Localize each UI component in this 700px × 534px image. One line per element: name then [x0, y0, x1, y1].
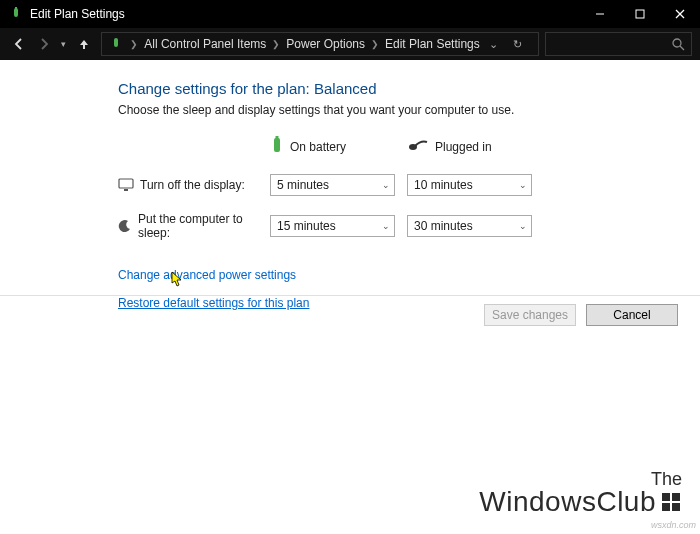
search-input[interactable] [545, 32, 692, 56]
display-battery-dropdown[interactable]: 5 minutes⌄ [270, 174, 395, 196]
forward-button[interactable] [33, 32, 56, 56]
plug-icon [407, 138, 429, 155]
watermark: The WindowsClub [479, 470, 682, 516]
chevron-right-icon: ❯ [369, 39, 381, 49]
column-header-battery: On battery [270, 135, 395, 158]
app-icon [8, 6, 24, 22]
svg-rect-13 [124, 189, 128, 191]
minimize-button[interactable] [580, 0, 620, 28]
advanced-settings-link[interactable]: Change advanced power settings [118, 268, 296, 282]
svg-rect-3 [636, 10, 644, 18]
maximize-button[interactable] [620, 0, 660, 28]
breadcrumb-item-1[interactable]: All Control Panel Items [140, 37, 270, 51]
navbar: ▾ ❯ All Control Panel Items ❯ Power Opti… [0, 28, 700, 60]
svg-rect-15 [672, 493, 680, 501]
watermark-url: wsxdn.com [651, 520, 696, 530]
svg-rect-16 [662, 503, 670, 511]
chevron-down-icon: ⌄ [382, 221, 390, 231]
column-header-plugged: Plugged in [407, 138, 532, 155]
chevron-down-icon: ⌄ [519, 180, 527, 190]
svg-rect-17 [672, 503, 680, 511]
window-title: Edit Plan Settings [30, 7, 580, 21]
back-button[interactable] [8, 32, 31, 56]
sleep-battery-dropdown[interactable]: 15 minutes⌄ [270, 215, 395, 237]
row-label-display: Turn off the display: [118, 177, 258, 193]
footer-bar: Save changes Cancel [0, 295, 700, 333]
svg-rect-0 [14, 8, 18, 17]
svg-rect-14 [662, 493, 670, 501]
display-icon [118, 177, 134, 193]
sleep-icon [118, 218, 132, 234]
cancel-button[interactable]: Cancel [586, 304, 678, 326]
refresh-button[interactable]: ↻ [508, 38, 528, 51]
chevron-right-icon: ❯ [270, 39, 282, 49]
power-icon [108, 36, 124, 52]
row-label-sleep: Put the computer to sleep: [118, 212, 258, 240]
svg-point-7 [673, 39, 681, 47]
display-plugged-dropdown[interactable]: 10 minutes⌄ [407, 174, 532, 196]
svg-rect-12 [119, 179, 133, 188]
svg-line-8 [680, 46, 684, 50]
svg-rect-6 [114, 38, 118, 47]
save-button: Save changes [484, 304, 576, 326]
address-dropdown-button[interactable]: ⌄ [484, 38, 504, 51]
chevron-right-icon: ❯ [128, 39, 140, 49]
breadcrumb-item-3[interactable]: Edit Plan Settings [381, 37, 484, 51]
page-subtitle: Choose the sleep and display settings th… [118, 103, 660, 117]
content-area: Change settings for the plan: Balanced C… [0, 60, 700, 310]
battery-icon [270, 135, 284, 158]
recent-locations-button[interactable]: ▾ [57, 32, 70, 56]
svg-rect-1 [15, 7, 17, 9]
sleep-plugged-dropdown[interactable]: 30 minutes⌄ [407, 215, 532, 237]
addressbar[interactable]: ❯ All Control Panel Items ❯ Power Option… [101, 32, 539, 56]
svg-rect-10 [276, 136, 279, 139]
chevron-down-icon: ⌄ [519, 221, 527, 231]
svg-rect-9 [274, 138, 280, 152]
breadcrumb-item-2[interactable]: Power Options [282, 37, 369, 51]
close-button[interactable] [660, 0, 700, 28]
windows-logo-icon [660, 490, 682, 512]
chevron-down-icon: ⌄ [382, 180, 390, 190]
up-button[interactable] [73, 32, 96, 56]
titlebar: Edit Plan Settings [0, 0, 700, 28]
page-title: Change settings for the plan: Balanced [118, 80, 660, 97]
